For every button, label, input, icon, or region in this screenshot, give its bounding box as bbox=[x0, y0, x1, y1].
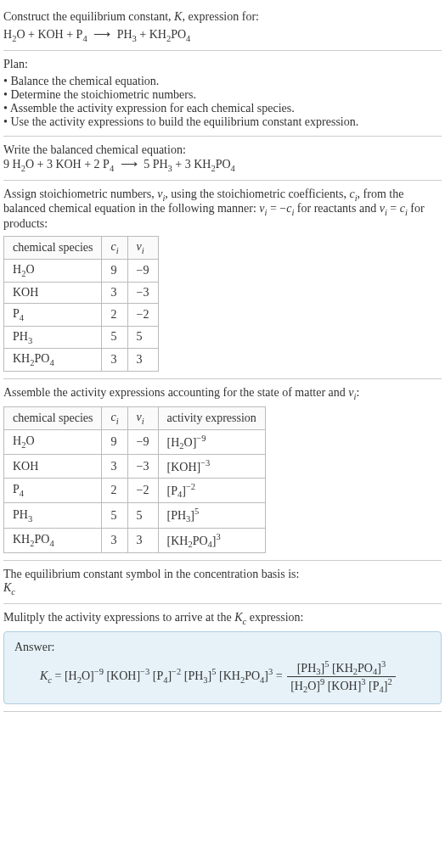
col-species: chemical species bbox=[4, 406, 102, 429]
activity-text: Assemble the activity expressions accoun… bbox=[3, 386, 442, 401]
kc-symbol: Kc bbox=[3, 581, 442, 596]
table-row: KOH3−3 bbox=[4, 282, 159, 303]
plan-item: Balance the chemical equation. bbox=[3, 75, 442, 88]
cell-ci: 2 bbox=[102, 303, 127, 326]
cell-species: PH3 bbox=[4, 503, 102, 528]
cell-vi: 3 bbox=[127, 349, 158, 372]
col-ci: ci bbox=[102, 406, 127, 429]
table-row: KH2PO433[KH2PO4]3 bbox=[4, 528, 266, 552]
cell-activity: [KOH]−3 bbox=[158, 455, 265, 479]
cell-ci: 9 bbox=[102, 259, 127, 282]
cell-vi: 5 bbox=[127, 503, 158, 528]
cell-activity: [PH3]5 bbox=[158, 503, 265, 528]
table-row: PH355 bbox=[4, 326, 159, 349]
cell-vi: −3 bbox=[127, 282, 158, 303]
table-row: P42−2[P4]−2 bbox=[4, 478, 266, 502]
plan-label: Plan: bbox=[3, 58, 442, 71]
table-row: PH355[PH3]5 bbox=[4, 503, 266, 528]
cell-activity: [P4]−2 bbox=[158, 478, 265, 502]
plan-item: Use the activity expressions to build th… bbox=[3, 115, 442, 129]
kc-symbol-text: The equilibrium constant symbol in the c… bbox=[3, 568, 442, 581]
cell-ci: 5 bbox=[102, 503, 127, 528]
activity-table: chemical species ci νi activity expressi… bbox=[3, 406, 266, 553]
cell-ci: 3 bbox=[102, 528, 127, 552]
multiply-text: Mulitply the activity expressions to arr… bbox=[3, 611, 442, 626]
prompt-text: Construct the equilibrium constant, K, e… bbox=[3, 10, 442, 24]
cell-vi: 5 bbox=[127, 326, 158, 349]
cell-vi: −2 bbox=[127, 478, 158, 502]
prompt-part1b: , expression for: bbox=[182, 10, 259, 23]
col-ci: ci bbox=[102, 237, 127, 260]
prompt-part1: Construct the equilibrium constant, bbox=[3, 10, 174, 23]
cell-vi: −9 bbox=[127, 429, 158, 454]
table-row: KH2PO433 bbox=[4, 349, 159, 372]
cell-activity: [KH2PO4]3 bbox=[158, 528, 265, 552]
plan-list: Balance the chemical equation. Determine… bbox=[3, 75, 442, 129]
answer-numerator: [PH3]5 [KH2PO4]3 bbox=[287, 659, 396, 677]
cell-vi: −2 bbox=[127, 303, 158, 326]
answer-label: Answer: bbox=[14, 641, 431, 654]
cell-ci: 3 bbox=[102, 455, 127, 479]
cell-species: KH2PO4 bbox=[4, 528, 102, 552]
cell-ci: 3 bbox=[102, 349, 127, 372]
plan-item: Determine the stoichiometric numbers. bbox=[3, 88, 442, 102]
activity-section: Assemble the activity expressions accoun… bbox=[3, 379, 442, 561]
cell-species: P4 bbox=[4, 478, 102, 502]
stoich-text: Assign stoichiometric numbers, νi, using… bbox=[3, 188, 442, 232]
cell-species: P4 bbox=[4, 303, 102, 326]
multiply-section: Mulitply the activity expressions to arr… bbox=[3, 604, 442, 712]
balanced-equation: 9 H2O + 3 KOH + 2 P4 ⟶ 5 PH3 + 3 KH2PO4 bbox=[3, 157, 442, 173]
cell-ci: 9 bbox=[102, 429, 127, 454]
col-vi: νi bbox=[127, 237, 158, 260]
col-species: chemical species bbox=[4, 237, 102, 260]
plan-item: Assemble the activity expression for eac… bbox=[3, 102, 442, 115]
cell-species: PH3 bbox=[4, 326, 102, 349]
cell-species: H2O bbox=[4, 259, 102, 282]
unbalanced-equation: H2O + KOH + P4 ⟶ PH3 + KH2PO4 bbox=[3, 27, 442, 43]
stoich-table: chemical species ci νi H2O9−9 KOH3−3 P42… bbox=[3, 236, 159, 372]
table-row: H2O9−9[H2O]−9 bbox=[4, 429, 266, 454]
cell-vi: 3 bbox=[127, 528, 158, 552]
kc-symbol-section: The equilibrium constant symbol in the c… bbox=[3, 561, 442, 604]
answer-lhs: Kc = [H2O]−9 [KOH]−3 [P4]−2 [PH3]5 [KH2P… bbox=[40, 669, 285, 682]
answer-expression: Kc = [H2O]−9 [KOH]−3 [P4]−2 [PH3]5 [KH2P… bbox=[14, 659, 431, 695]
cell-species: H2O bbox=[4, 429, 102, 454]
answer-fraction: [PH3]5 [KH2PO4]3[H2O]9 [KOH]3 [P4]2 bbox=[287, 659, 396, 695]
cell-species: KOH bbox=[4, 455, 102, 479]
answer-denominator: [H2O]9 [KOH]3 [P4]2 bbox=[287, 677, 396, 694]
prompt-section: Construct the equilibrium constant, K, e… bbox=[3, 3, 442, 51]
cell-ci: 5 bbox=[102, 326, 127, 349]
cell-species: KOH bbox=[4, 282, 102, 303]
cell-activity: [H2O]−9 bbox=[158, 429, 265, 454]
col-vi: νi bbox=[127, 406, 158, 429]
answer-box: Answer: Kc = [H2O]−9 [KOH]−3 [P4]−2 [PH3… bbox=[3, 631, 442, 704]
table-header-row: chemical species ci νi activity expressi… bbox=[4, 406, 266, 429]
table-row: P42−2 bbox=[4, 303, 159, 326]
stoich-section: Assign stoichiometric numbers, νi, using… bbox=[3, 181, 442, 380]
cell-vi: −9 bbox=[127, 259, 158, 282]
cell-ci: 3 bbox=[102, 282, 127, 303]
prompt-K: K bbox=[174, 10, 182, 23]
table-row: KOH3−3[KOH]−3 bbox=[4, 455, 266, 479]
balanced-label: Write the balanced chemical equation: bbox=[3, 143, 442, 157]
table-row: H2O9−9 bbox=[4, 259, 159, 282]
balanced-section: Write the balanced chemical equation: 9 … bbox=[3, 137, 442, 181]
cell-species: KH2PO4 bbox=[4, 349, 102, 372]
col-activity: activity expression bbox=[158, 406, 265, 429]
plan-section: Plan: Balance the chemical equation. Det… bbox=[3, 51, 442, 137]
table-header-row: chemical species ci νi bbox=[4, 237, 159, 260]
cell-vi: −3 bbox=[127, 455, 158, 479]
cell-ci: 2 bbox=[102, 478, 127, 502]
